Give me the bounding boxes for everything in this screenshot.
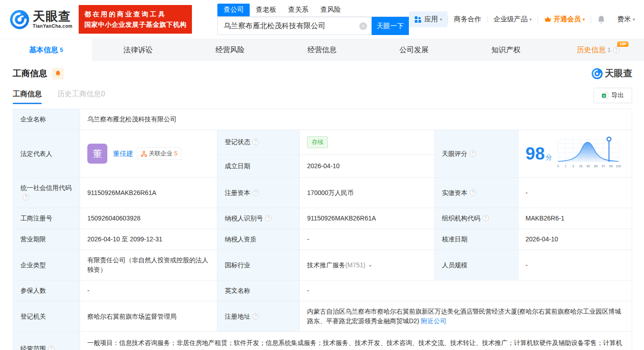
table-row: 企业名称 乌兰察布雁北松茂科技有限公司 [13,109,632,130]
tab-history-info[interactable]: VIP 历史信息 1 ? [552,39,644,61]
tab-operating-risk[interactable]: 经营风险 [184,39,276,61]
table-row: 企业类型 有限责任公司（非自然人投资或控股的法人独资） 国标行业 技术推广服务(… [13,250,632,280]
search-button[interactable]: 天眼一下 [372,17,409,35]
chevron-down-icon: ▾ [440,17,442,22]
score-marker-pin [607,137,611,141]
org-code-label: 组织机构代码 [442,215,480,222]
help-icon[interactable]: ? [252,139,259,145]
clear-search-icon[interactable]: × [359,22,367,30]
tab-legal-proceedings[interactable]: 法律诉讼 [92,39,184,61]
bell-icon [55,70,61,77]
svg-text:85: 85 [594,165,598,168]
help-icon[interactable]: ? [252,313,259,320]
search-tab-risk[interactable]: 查风险 [314,4,347,16]
staff-size-value: - [518,250,632,280]
export-label: 导出 [611,91,624,100]
svg-text:1: 1 [565,165,567,168]
section-title: 工商信息 [13,68,47,80]
help-icon[interactable]: ? [613,47,619,53]
uscc-value: 91150926MAKB26R61A [80,178,217,208]
enterprise-products-menu[interactable]: 企业级产品 ▾ [488,15,538,24]
apps-label: 应用 [424,15,438,24]
legal-rep-name-link[interactable]: 董佳建 [113,149,133,159]
address-label-cell: 注册地址? [217,301,300,332]
tab-count: 1 [608,47,611,53]
tab-label: 法律诉讼 [123,45,152,55]
reg-number-label: 工商注册号 [13,208,80,229]
search-tabs: 查公司 查老板 查关系 查风险 [217,4,408,17]
industry-value[interactable]: 技术推广服务(M751) ▾ [300,250,435,280]
table-row: 法定代表人 董 董佳建 关联企业 [13,130,632,155]
search-tab-relation[interactable]: 查关系 [282,4,314,16]
subscribe-bell-button[interactable] [52,68,64,80]
status-badge: 存续 [307,136,328,148]
taxpayer-qual-value: - [300,229,435,250]
search-input[interactable] [217,17,371,35]
reg-authority-value: 察哈尔右翼前旗市场监督管理局 [80,301,217,332]
subtab-business-registration[interactable]: 工商信息 [13,90,42,104]
tab-label: 基本信息 [29,45,58,55]
help-icon[interactable]: ? [265,215,272,221]
search-tab-boss[interactable]: 查老板 [250,4,282,16]
logo-text-en: TianYanCha.com [33,24,72,29]
related-companies-badge[interactable]: 关联企业 5 [137,147,181,160]
subtab-history-registration[interactable]: 历史工商信息0 [57,90,105,104]
help-icon[interactable]: ? [48,345,55,350]
tab-label: 历史信息 [577,45,606,55]
legal-rep-cell: 董 董佳建 关联企业 5 [80,130,217,178]
excel-icon: x [602,92,609,99]
taxpayer-qual-label: 纳税人资质 [217,229,300,250]
brand-slogan-banner: 都在用的商业查询工具 国家中小企业发展子基金旗下机构 [79,5,192,34]
svg-text:3: 3 [572,165,574,168]
table-row: 参保人数 - 英文名称 - [13,280,632,301]
industry-label: 国标行业 [217,250,300,280]
notifications-bell[interactable] [591,15,611,24]
tab-label: 公司发展 [399,45,428,55]
help-icon[interactable]: ? [23,194,29,200]
approval-date-value: 2026-04-10 [518,229,632,250]
search-area: 查公司 查老板 查关系 查风险 × 天眼一下 [217,4,408,35]
reg-status-label: 登记状态 [225,138,250,145]
table-row: 工商注册号 150926040603928 纳税人识别号? 91150926MA… [13,208,632,229]
help-icon[interactable]: ? [470,150,476,157]
export-button[interactable]: x 导出 [594,88,632,103]
open-vip-menu[interactable]: 开通会员 ▾ [538,15,591,24]
apps-menu[interactable]: 应用 ▾ [409,11,448,27]
industry-name: 技术推广服务 [307,261,345,269]
help-icon[interactable]: ? [252,190,259,196]
tab-basic-info[interactable]: 基本信息 5 [0,39,92,61]
business-info-table: 企业名称 乌兰察布雁北松茂科技有限公司 法定代表人 董 董佳建 [13,109,632,350]
tab-business-info[interactable]: 经营信息 [276,39,368,61]
tab-label: 知识产权 [492,45,521,55]
chevron-down-icon: ▾ [633,17,635,22]
tab-company-development[interactable]: 公司发展 [368,39,460,61]
tianyancha-logo-icon [592,68,603,79]
slogan-line-2: 国家中小企业发展子基金旗下机构 [84,20,186,30]
help-icon[interactable]: ? [483,215,489,221]
related-companies-count: 5 [174,149,177,158]
company-name-value: 乌兰察布雁北松茂科技有限公司 [80,109,632,130]
logo-text-cn: 天眼查 [33,10,72,23]
reg-authority-label: 登记机关 [13,301,80,332]
tab-intellectual-property[interactable]: 知识产权 [460,39,552,61]
user-account-menu[interactable]: 费米 ▾ [611,15,635,24]
taxpayer-id-label: 纳税人识别号 [225,215,263,222]
business-term-value: 2026-04-10 至 2099-12-31 [80,229,217,250]
address-text: 内蒙古自治区乌兰察布市察哈尔右翼前旗新区万达美化酒店暨民营经济大厦(察哈尔右翼前… [307,308,621,325]
apps-grid-icon [414,16,422,23]
insured-count-value: - [80,280,217,301]
legal-rep-label: 法定代表人 [13,130,80,178]
avatar[interactable]: 董 [87,144,107,164]
reg-status-label-cell: 登记状态? [217,130,300,155]
tab-count: 5 [60,47,63,53]
nearby-companies-link[interactable]: 附近公司 [421,317,447,325]
score-label-cell: 天眼评分? [434,130,518,178]
search-tab-company[interactable]: 查公司 [217,4,250,16]
business-cooperation-link[interactable]: 商务合作 [448,15,487,24]
svg-text:97: 97 [602,165,605,168]
help-icon[interactable]: ? [470,190,476,196]
chevron-down-icon[interactable]: ▾ [369,263,371,268]
open-vip-label: 开通会员 [553,15,581,24]
score-cell[interactable]: 98分 [518,130,632,178]
tianyancha-logo[interactable]: 天眼查 TianYanCha.com [10,10,72,29]
